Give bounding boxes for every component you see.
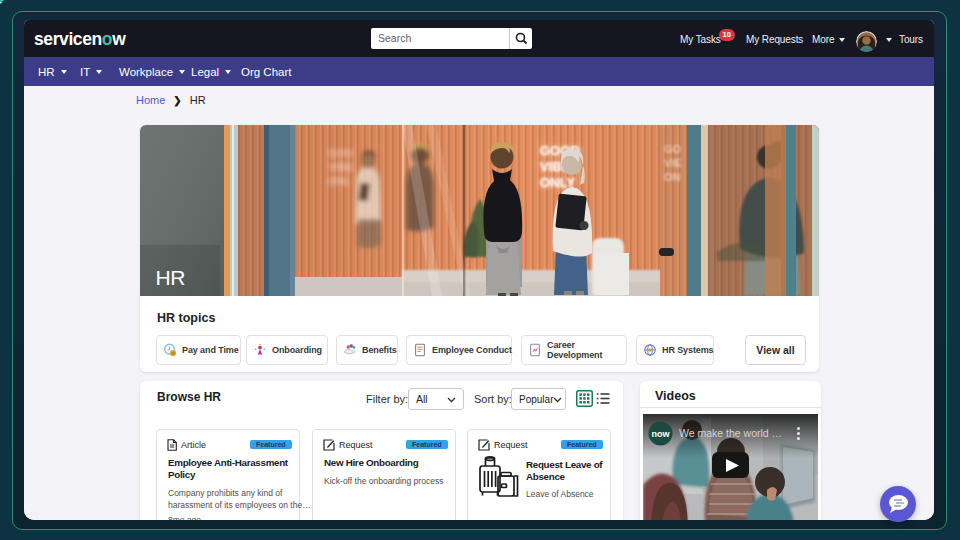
svg-text:VIE: VIE	[664, 157, 682, 169]
svg-text:VIBE: VIBE	[328, 161, 354, 173]
svg-text:ONL: ONL	[328, 175, 352, 187]
svg-text:GOO: GOO	[328, 147, 354, 159]
svg-text:We make the world …: We make the world …	[679, 427, 782, 439]
svg-text:ON: ON	[664, 171, 681, 183]
svg-text:GO: GO	[664, 143, 682, 155]
svg-text:now: now	[652, 429, 671, 439]
